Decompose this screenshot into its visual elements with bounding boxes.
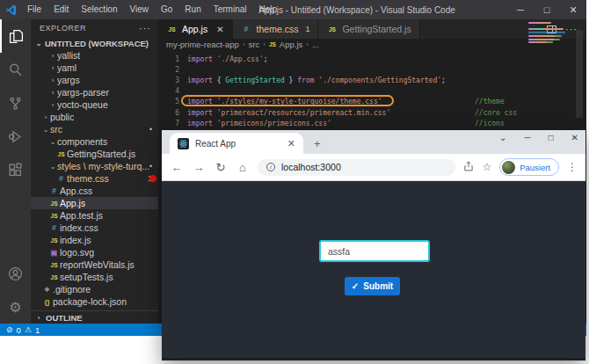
explorer-item-styles-my-style-turq[interactable]: ⌄styles \ my-style-turq...• [31,160,158,172]
code-line-2[interactable]: 2 [158,64,586,75]
explorer-item-yargs[interactable]: ›yargs [31,74,158,86]
minimize-icon[interactable]: ─ [507,0,534,19]
explorer-item-components[interactable]: ⌄components [31,135,158,148]
explorer-item-package-lock-json[interactable]: {}package-lock.json [31,295,158,308]
browser-window: React App ✕ + ⌄ ─ □ ✕ ← → ↻ ⌂ i localhos… [162,130,585,360]
tab-gettingstarted-js[interactable]: JSGettingStarted.js [318,19,419,39]
editor-scrollbar[interactable] [576,30,583,118]
js-file-icon: JS [326,26,338,33]
bookmark-star-icon[interactable]: ☆ [482,161,491,173]
workspace-section-header[interactable]: ⌄ UNTITLED (WORKSPACE) [31,37,158,49]
maximize-icon[interactable]: □ [534,0,560,19]
browser-tabstrip: React App ✕ + ⌄ ─ □ ✕ [162,130,585,154]
explorer-item-app-css[interactable]: #App.css [31,185,158,197]
tab-theme-css[interactable]: #theme.css1 [233,19,319,39]
breadcrumb-item-[interactable]: ... [312,40,319,49]
menu-edit[interactable]: Edit [47,4,75,14]
explorer-item-index-css[interactable]: #index.css [31,222,158,234]
explorer-item-app-test-js[interactable]: JSApp.test.js [31,209,158,222]
browser-tab[interactable]: React App ✕ [170,133,303,154]
js-file-icon: JS [269,41,276,47]
file-label: App.js [60,198,85,208]
explorer-item-logo-svg[interactable]: ▣logo.svg [31,246,158,258]
window-title: App.js - Untitled (Workspace) - Visual S… [258,5,455,15]
search-icon[interactable] [0,53,31,86]
chevron-right-icon: › [263,40,265,48]
browser-maximize-icon[interactable]: □ [549,133,554,142]
run-debug-icon[interactable] [0,120,31,153]
explorer-item-yocto-queue[interactable]: ›yocto-queue [31,98,158,111]
explorer-icon[interactable] [0,19,31,53]
js-file-icon: JS [166,26,178,33]
chevron-right-icon: › [48,89,57,97]
menu-view[interactable]: View [124,4,156,14]
explorer-item-public[interactable]: ›public [31,111,158,123]
code-line-6[interactable]: 6import 'primereact/resources/primereact… [158,107,586,118]
submit-button[interactable]: ✓ Submit [345,277,400,295]
menu-selection[interactable]: Selection [75,4,123,14]
forward-icon[interactable]: → [192,161,206,174]
explorer-item-index-js[interactable]: JSindex.js [31,234,158,246]
explorer-item-setuptests-js[interactable]: JSsetupTests.js [31,271,158,283]
explorer-item-reportwebvitals-js[interactable]: JSreportWebVitals.js [31,258,158,271]
submit-label: Submit [363,281,393,291]
errors-icon: ⊘ [6,325,13,334]
file-label: index.js [60,235,91,245]
code-area: 1import './App.css';23import { GettingSt… [158,54,586,128]
file-label: setupTests.js [60,272,113,282]
explorer-more-icon[interactable]: ··· [139,23,151,33]
new-tab-button[interactable]: + [314,138,321,149]
breadcrumb-item-my-prime-react-app[interactable]: my-prime-react-app [166,40,239,49]
file-label: yaml [57,62,76,73]
outline-section-header[interactable]: › OUTLINE [31,310,158,324]
code-line-5[interactable]: 5import './styles/my-style-turquoise/the… [158,97,586,107]
code-line-3[interactable]: 3import { GettingStarted } from './compo… [158,75,586,85]
chevron-right-icon: › [306,40,309,48]
code-line-7[interactable]: 7import 'primeicons/primeicons.css'//ico… [158,118,586,128]
file-label: styles \ my-style-turq... [57,161,149,171]
close-icon[interactable]: ✕ [560,0,586,19]
back-icon[interactable]: ← [170,161,184,174]
vscode-logo-icon [0,4,21,16]
explorer-item-gettingstarted-js[interactable]: JSGettingStarted.js [31,148,158,160]
browser-close-icon[interactable]: ✕ [571,133,578,142]
tab-app-js[interactable]: JSApp.js✕ [158,19,233,39]
explorer-item-yaml[interactable]: ›yaml [31,62,158,74]
breadcrumb-item-app-js[interactable]: App.js [280,40,302,49]
explorer-item-yallist[interactable]: ›yallist [31,49,158,62]
explorer-item-src[interactable]: ⌄src• [31,123,158,135]
explorer-item-app-js[interactable]: JSApp.js [31,197,158,209]
browser-content: ✓ Submit [162,181,585,358]
file-label: .gitignore [53,284,91,295]
breadcrumb-item-src[interactable]: src [249,40,260,49]
menu-go[interactable]: Go [155,4,178,14]
code-line-4[interactable]: 4 [158,86,586,97]
chevron-down-icon: ⌄ [48,163,57,171]
reload-icon[interactable]: ↻ [214,161,228,174]
tab-close-icon[interactable]: ✕ [216,25,223,34]
settings-gear-icon[interactable]: ⚙ [0,290,31,324]
menu-file[interactable]: File [21,4,47,14]
home-icon[interactable]: ⌂ [236,161,250,174]
explorer-item-theme-css[interactable]: #theme.css1 [31,172,158,185]
menu-run[interactable]: Run [178,4,207,14]
account-icon[interactable] [0,257,31,290]
menu-terminal[interactable]: Terminal [207,4,253,14]
text-input[interactable] [319,240,430,262]
browser-minimize-icon[interactable]: ─ [524,133,530,142]
site-info-icon[interactable]: i [266,163,275,171]
explorer-item-yargs-parser[interactable]: ›yargs-parser [31,86,158,98]
source-control-icon[interactable] [0,86,31,120]
share-icon[interactable] [463,161,474,174]
code-line-1[interactable]: 1import './App.css'; [158,54,586,64]
minimap[interactable] [528,22,565,45]
explorer-item-gitignore[interactable]: ◆.gitignore [31,283,158,295]
profile-button[interactable]: Pausiert [499,158,559,176]
extensions-icon[interactable] [0,153,31,186]
address-bar[interactable]: i localhost:3000 [258,159,455,176]
browser-menu-dots-icon[interactable]: ⋮ [567,161,578,173]
file-label: src [50,124,62,135]
tab-search-chevron-icon[interactable]: ⌄ [499,133,506,142]
js-file-icon: JS [48,237,60,244]
tab-close-icon[interactable]: ✕ [287,138,295,149]
